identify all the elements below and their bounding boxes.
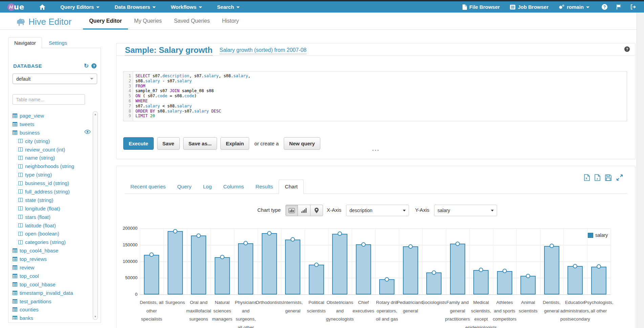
menu-data-browsers[interactable]: Data Browsers (114, 4, 156, 10)
code-line: ON ( s07.code = s08.code) (135, 94, 627, 99)
bar-marker (267, 231, 272, 235)
bar[interactable] (191, 235, 206, 294)
table-item-timestamp-invalid-data[interactable]: timestamp_invalid_data (8, 289, 92, 297)
tab-navigator[interactable]: Navigator (8, 37, 42, 48)
refresh-icon[interactable]: ↻ (84, 62, 89, 69)
table-item-test-partitions[interactable]: test_partitions (8, 297, 92, 306)
help-icon[interactable]: ? (624, 46, 630, 52)
column-item-latitude-float[interactable]: latitude (float) (8, 221, 92, 230)
table-item-banks[interactable]: banks (8, 314, 92, 320)
column-item-neighborhoods-string[interactable]: neighborhoods (string (8, 162, 92, 170)
menu-workflows[interactable]: Workflows (171, 4, 202, 10)
tab-saved-queries[interactable]: Saved Queries (168, 18, 216, 29)
gridline (328, 228, 328, 294)
code-line: sample_07 s07 JOIN sample_08 s08 (135, 88, 627, 94)
item-label: name (string) (25, 155, 55, 161)
column-item-stars-float[interactable]: stars (float) (8, 213, 92, 221)
bar[interactable] (426, 272, 442, 294)
item-label: top_cool (20, 273, 39, 279)
bar[interactable] (332, 234, 347, 294)
table-item-page-view[interactable]: page_view (8, 111, 92, 120)
resize-handle[interactable]: ... (372, 147, 380, 150)
scroll-down-icon[interactable]: ▼ (93, 315, 98, 318)
bar[interactable] (379, 279, 394, 294)
column-item-categories-string[interactable]: categories (string) (8, 238, 92, 246)
tab-query-editor[interactable]: Query Editor (83, 18, 128, 29)
save-button[interactable]: Save (157, 137, 180, 150)
table-icon (13, 265, 17, 270)
home-icon[interactable] (39, 4, 45, 10)
table-item-tweets[interactable]: tweets (8, 120, 92, 128)
column-item-business-id-string[interactable]: business_id (string) (8, 179, 92, 187)
bar[interactable] (168, 231, 183, 294)
column-item-review-count-int[interactable]: review_count (int) (8, 145, 92, 154)
table-item-top-cool-hbase[interactable]: top_cool_hbase (8, 280, 92, 289)
subnav-tabs: Query EditorMy QueriesSaved QueriesHisto… (83, 18, 245, 29)
navbar-link-job-browser[interactable]: Job Browser (510, 4, 549, 10)
new-query-button[interactable]: New query (284, 137, 320, 150)
tab-history[interactable]: History (216, 18, 245, 29)
bar[interactable] (403, 246, 418, 294)
execute-button[interactable]: Execute (123, 137, 154, 150)
column-item-name-string[interactable]: name (string) (8, 153, 92, 162)
menu-search[interactable]: Search (217, 4, 240, 10)
logout-icon[interactable] (630, 4, 636, 9)
table-item-top-cool4-hbase[interactable]: top_cool4_hbase (8, 246, 92, 255)
database-icons: ↻ ? (84, 62, 96, 69)
bar[interactable] (591, 267, 606, 294)
table-filter-input[interactable] (13, 94, 85, 105)
bar[interactable] (520, 276, 536, 294)
sql-editor[interactable]: 123456789 SELECT s07.description, s07.sa… (123, 71, 627, 121)
page-scrollbar[interactable] (637, 13, 644, 328)
table-item-top-cool[interactable]: top_cool (8, 272, 92, 280)
item-label: review (20, 265, 34, 270)
sql-code[interactable]: SELECT s07.description, s07.salary, s08.… (133, 71, 627, 121)
database-select[interactable]: default (13, 74, 97, 84)
column-icon (18, 156, 23, 160)
bar[interactable] (544, 246, 559, 294)
navbar-link-file-browser[interactable]: File Browser (463, 4, 500, 10)
table-icon (13, 248, 17, 253)
query-title[interactable]: Sample: Salary growth (125, 45, 213, 56)
tab-settings[interactable]: Settings (49, 40, 67, 46)
hue-logo[interactable]: Hue (7, 3, 24, 11)
sidebar-scrollbar[interactable]: ▲ ▼ (93, 111, 98, 320)
bar[interactable] (215, 257, 230, 294)
query-subtitle[interactable]: Salary growth (sorted) from 2007-08 (219, 47, 306, 54)
bar[interactable] (238, 243, 253, 294)
bar[interactable] (262, 233, 277, 294)
bar[interactable] (567, 266, 583, 294)
eye-icon[interactable] (84, 130, 91, 134)
help-icon[interactable]: ? (602, 4, 607, 10)
query-card: Sample: Salary growth Salary growth (sor… (116, 43, 636, 159)
bar[interactable] (473, 270, 489, 294)
explain-button[interactable]: Explain (220, 137, 249, 150)
table-item-top-reviews[interactable]: top_reviews (8, 255, 92, 263)
bar[interactable] (450, 244, 465, 294)
column-item-state-string[interactable]: state (string) (8, 196, 92, 204)
y-axis-tick: 150000 (116, 242, 137, 247)
bar[interactable] (497, 271, 512, 294)
bar[interactable] (285, 240, 300, 294)
column-icon (18, 240, 23, 244)
column-item-type-string[interactable]: type (string) (8, 170, 92, 179)
bar[interactable] (309, 265, 324, 294)
menu-query-editors[interactable]: Query Editors (60, 4, 100, 10)
bar[interactable] (356, 244, 371, 294)
scroll-up-icon[interactable]: ▲ (93, 113, 98, 116)
column-item-full-address-string[interactable]: full_address (string) (8, 187, 92, 196)
line-number: 4 (124, 88, 131, 94)
tab-my-queries[interactable]: My Queries (128, 18, 168, 29)
bar[interactable] (144, 255, 159, 294)
navbar-link-romain[interactable]: romain (559, 4, 589, 10)
table-item-business[interactable]: business (8, 128, 92, 137)
table-item-counties[interactable]: counties (8, 305, 92, 314)
save-as-button[interactable]: Save as... (183, 137, 217, 150)
flags-icon[interactable] (616, 4, 622, 9)
column-item-longitude-float[interactable]: longitude (float) (8, 204, 92, 213)
column-item-city-string[interactable]: city (string) (8, 137, 92, 145)
database-help-icon[interactable]: ? (91, 63, 96, 68)
table-item-review[interactable]: review (8, 263, 92, 272)
column-item-open-boolean[interactable]: open (boolean) (8, 229, 92, 238)
column-icon (18, 215, 23, 219)
